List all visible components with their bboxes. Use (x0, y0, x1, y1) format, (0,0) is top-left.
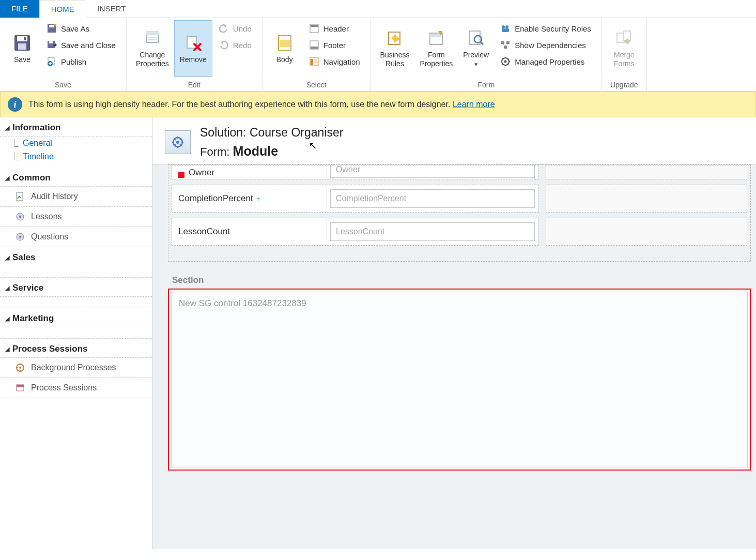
audit-history-icon (14, 191, 26, 202)
sidebar-item-process-sessions[interactable]: Process Sessions (0, 378, 152, 398)
field-row-completion-percent[interactable]: CompletionPercent+ CompletionPercent (172, 185, 538, 213)
svg-point-50 (19, 216, 21, 218)
field-row-owner[interactable]: Owner Owner (172, 165, 538, 179)
field-input-owner[interactable]: Owner (330, 165, 535, 178)
remove-icon (184, 34, 203, 52)
remove-button[interactable]: Remove (174, 20, 212, 77)
svg-point-52 (19, 236, 21, 238)
save-button[interactable]: Save (4, 20, 40, 77)
enable-security-roles-button[interactable]: Enable Security Roles (497, 22, 594, 35)
collapse-icon: ◢ (5, 346, 9, 353)
lessons-icon (14, 211, 26, 222)
form-title: Form: Module (200, 144, 343, 159)
notification-bar: i This form is using high density header… (0, 92, 756, 117)
sidebar-section-common[interactable]: ◢ Common (0, 168, 152, 187)
field-input-completion-percent[interactable]: CompletionPercent (330, 189, 535, 208)
field-row-lesson-count[interactable]: LessonCount LessonCount (172, 218, 538, 246)
svg-rect-23 (311, 47, 318, 49)
merge-forms-button[interactable]: Merge Forms (606, 20, 642, 77)
svg-rect-12 (146, 32, 159, 35)
sidebar-item-questions[interactable]: Questions (0, 227, 152, 247)
svg-rect-25 (311, 59, 313, 65)
save-as-icon (47, 23, 57, 34)
field-label-owner: Owner (172, 165, 327, 179)
ribbon-group-edit: Change Properties Remove Undo (127, 18, 263, 91)
svg-rect-3 (24, 37, 26, 40)
svg-rect-2 (18, 43, 26, 50)
sidebar-section-service[interactable]: ◢ Service (0, 278, 152, 297)
svg-rect-19 (280, 40, 290, 47)
svg-point-36 (505, 25, 508, 28)
managed-properties-button[interactable]: Managed Properties (497, 55, 594, 68)
navigation-button[interactable]: Navigation (306, 55, 363, 68)
change-properties-button[interactable]: Change Properties (131, 20, 174, 77)
field-input-lesson-count[interactable]: LessonCount (330, 222, 535, 241)
sidebar-item-audit-history[interactable]: Audit History (0, 187, 152, 207)
field-row-empty[interactable] (546, 185, 747, 213)
sidebar-section-sales[interactable]: ◢ Sales (0, 247, 152, 266)
svg-rect-39 (506, 41, 510, 44)
info-icon: i (8, 97, 22, 112)
svg-line-34 (481, 42, 483, 44)
svg-rect-15 (187, 37, 196, 48)
sidebar: ◢ Information ⎿General ⎿Timeline ◢ Commo… (0, 117, 152, 549)
preview-button[interactable]: Preview▼ (458, 20, 494, 77)
field-row-empty[interactable] (546, 165, 747, 179)
content-header: ↖ Solution: Course Organiser Form: Modul… (152, 117, 756, 164)
tab-file[interactable]: FILE (0, 0, 39, 18)
learn-more-link[interactable]: Learn more (453, 100, 495, 109)
sidebar-item-timeline[interactable]: ⎿Timeline (10, 150, 152, 163)
ribbon-group-save: Save Save As Save and Close (0, 18, 127, 91)
dependencies-icon (500, 40, 511, 50)
sidebar-item-background-processes[interactable]: Background Processes (0, 358, 152, 378)
save-icon (13, 34, 32, 52)
tab-insert[interactable]: INSERT (86, 0, 137, 18)
ribbon-group-form: Business Rules Form Properties Preview▼ (371, 18, 602, 91)
svg-rect-40 (504, 46, 507, 49)
svg-rect-5 (49, 25, 54, 27)
save-close-icon (47, 40, 57, 50)
form-designer-canvas[interactable]: Owner Owner CompletionPercent+ Completio… (152, 164, 756, 549)
preview-icon (467, 29, 485, 48)
sidebar-item-lessons[interactable]: Lessons (0, 207, 152, 227)
business-rules-icon (385, 29, 404, 48)
form-properties-button[interactable]: Form Properties (414, 20, 458, 77)
redo-icon (219, 40, 229, 50)
plus-icon: + (256, 194, 260, 203)
body-button[interactable]: Body (267, 20, 303, 77)
field-row-empty[interactable] (546, 218, 747, 246)
show-dependencies-button[interactable]: Show Dependencies (497, 39, 594, 51)
body-icon (275, 34, 294, 52)
footer-icon (309, 40, 319, 50)
publish-button[interactable]: Publish (43, 55, 119, 68)
save-and-close-button[interactable]: Save and Close (43, 39, 119, 51)
form-icon (165, 130, 191, 154)
header-icon (309, 23, 319, 34)
field-label-lesson-count: LessonCount (172, 218, 327, 245)
header-button[interactable]: Header (306, 22, 363, 35)
subgrid-control-selected[interactable]: New SG control 1632487232839 (168, 289, 751, 471)
svg-rect-31 (431, 34, 441, 37)
business-rules-button[interactable]: Business Rules (375, 20, 415, 77)
form-section[interactable]: Section New SG control 1632487232839 (168, 272, 751, 471)
navigation-icon (309, 56, 319, 67)
required-marker (178, 172, 184, 178)
collapse-icon: ◢ (5, 175, 9, 181)
sidebar-section-process-sessions[interactable]: ◢ Process Sessions (0, 339, 152, 358)
footer-button[interactable]: Footer (306, 39, 363, 51)
managed-properties-icon (500, 56, 511, 67)
collapse-icon: ◢ (5, 254, 9, 261)
tab-home[interactable]: HOME (39, 0, 86, 18)
svg-line-41 (503, 44, 505, 46)
sidebar-item-general[interactable]: ⎿General (10, 137, 152, 150)
sidebar-section-marketing[interactable]: ◢ Marketing (0, 308, 152, 327)
save-as-button[interactable]: Save As (43, 22, 119, 35)
collapse-icon: ◢ (5, 315, 9, 322)
security-roles-icon (500, 23, 511, 34)
svg-rect-21 (311, 25, 318, 27)
undo-button[interactable]: Undo (215, 22, 255, 35)
ribbon-tabs: FILE HOME INSERT (0, 0, 756, 18)
redo-button[interactable]: Redo (215, 39, 255, 51)
collapse-icon: ◢ (5, 125, 9, 131)
sidebar-section-information[interactable]: ◢ Information (0, 117, 152, 137)
